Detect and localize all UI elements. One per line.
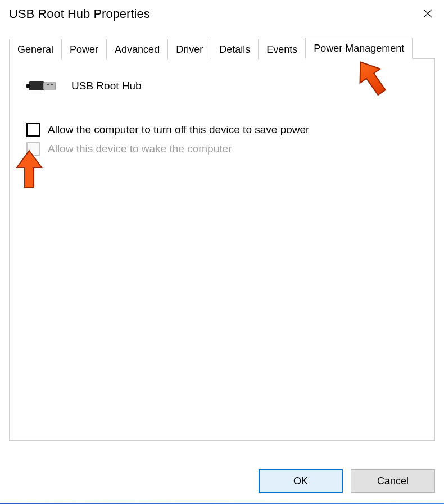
svg-rect-4 xyxy=(47,84,49,85)
usb-plug-icon xyxy=(26,75,60,97)
device-name: USB Root Hub xyxy=(71,80,142,92)
close-icon xyxy=(423,8,433,19)
svg-rect-5 xyxy=(51,84,53,85)
tab-details[interactable]: Details xyxy=(211,39,259,59)
dialog-button-row: OK Cancel xyxy=(259,469,435,493)
svg-rect-3 xyxy=(43,83,56,89)
window-title: USB Root Hub Properties xyxy=(9,4,150,21)
tab-label: Power Management xyxy=(314,43,404,54)
checkbox-allow-turn-off[interactable] xyxy=(26,123,40,137)
tab-panel-power-management: USB Root Hub Allow the computer to turn … xyxy=(9,58,435,441)
close-button[interactable] xyxy=(415,4,441,22)
tab-driver[interactable]: Driver xyxy=(167,39,211,59)
tab-label: Driver xyxy=(176,44,203,55)
option-allow-wake: Allow this device to wake the computer xyxy=(26,142,418,156)
tab-label: Details xyxy=(219,44,250,55)
tab-strip: General Power Advanced Driver Details Ev… xyxy=(9,37,435,58)
ok-button[interactable]: OK xyxy=(259,469,343,493)
checkbox-allow-wake xyxy=(26,142,40,156)
tab-advanced[interactable]: Advanced xyxy=(106,39,168,59)
option-label: Allow the computer to turn off this devi… xyxy=(48,124,309,136)
tab-label: Advanced xyxy=(115,44,160,55)
tab-general[interactable]: General xyxy=(9,39,62,59)
option-label: Allow this device to wake the computer xyxy=(48,143,232,155)
tab-power-management[interactable]: Power Management xyxy=(305,38,413,59)
tab-power[interactable]: Power xyxy=(61,39,107,59)
tab-label: Events xyxy=(266,44,297,55)
button-label: Cancel xyxy=(377,475,409,487)
dialog-body: General Power Advanced Driver Details Ev… xyxy=(9,37,435,441)
svg-rect-6 xyxy=(26,84,30,88)
title-bar: USB Root Hub Properties xyxy=(0,0,444,33)
tab-label: General xyxy=(17,44,53,55)
tab-events[interactable]: Events xyxy=(258,39,306,59)
device-header: USB Root Hub xyxy=(26,75,418,97)
tab-label: Power xyxy=(70,44,98,55)
option-allow-turn-off[interactable]: Allow the computer to turn off this devi… xyxy=(26,123,418,137)
cancel-button[interactable]: Cancel xyxy=(351,469,435,493)
button-label: OK xyxy=(293,475,308,487)
svg-rect-2 xyxy=(29,81,44,90)
